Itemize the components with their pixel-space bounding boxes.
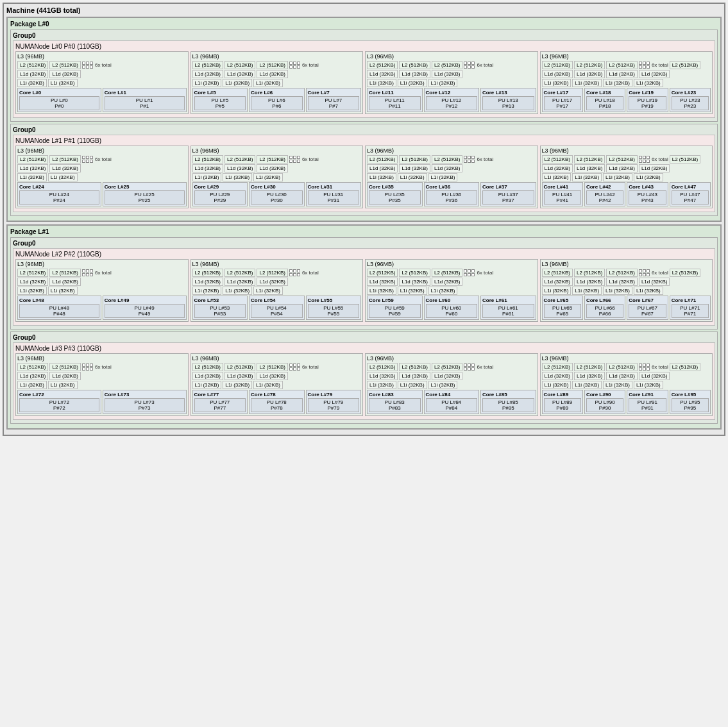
core-l66: Core L#66 PU L#66P#66: [584, 296, 625, 320]
l1i-47: L1i (32KB): [634, 381, 663, 389]
l3-3-title: L3 (96MB): [542, 53, 711, 60]
mini-sq: [90, 269, 93, 272]
core-l41-title: Core L#41: [544, 184, 581, 190]
l2-row-12: L2 (512KB) L2 (512KB): [17, 363, 187, 371]
mini-sq: [643, 269, 646, 272]
core-l67-title: Core L#67: [629, 297, 666, 303]
mini-squares-2: [464, 62, 475, 69]
core-l83: Core L#83 PU L#83P#83: [367, 390, 423, 414]
mini-squares-10: [464, 269, 475, 276]
l1i-12: L1i (32KB): [17, 173, 47, 181]
l1d-31: L1d (32KB): [432, 278, 462, 286]
l2-32: L2 (512KB): [542, 269, 573, 277]
core-l11: Core L#11 PU L#11P#11: [367, 88, 423, 112]
core-l72: Core L#72 PU L#72P#72: [17, 390, 101, 414]
core-l59-title: Core L#59: [369, 297, 421, 303]
l1d-row-10: L1d (32KB) L1d (32KB) L1d (32KB): [367, 278, 536, 286]
l1i-16: L1i (32KB): [253, 173, 283, 181]
l3-2-title: L3 (96MB): [367, 53, 536, 60]
mini-sq: [464, 156, 467, 159]
group0-numa1: Group0 NUMANode L#1 P#1 (110GB) L3 (96MB…: [10, 124, 718, 216]
core-l30: Core L#30 PU L#30P#30: [249, 182, 305, 206]
l2-row-0: L2 (512KB) L2 (512KB): [17, 61, 187, 69]
l2-total-0: 6x total: [82, 62, 112, 69]
l1d-row-5: L1d (32KB) L1d (32KB) L1d (32KB): [192, 164, 362, 172]
l1d-6: L1d (32KB): [399, 70, 430, 78]
pu-l11: PU L#11P#11: [369, 96, 421, 110]
mini-sq: [468, 65, 471, 69]
mini-sq: [90, 156, 93, 159]
cores-row-13: Core L#77 PU L#77P#77 Core L#78 PU L#78P…: [192, 390, 362, 414]
core-l19: Core L#19 PU L#19P#19: [627, 88, 668, 112]
pu-l85: PU L#85P#85: [482, 398, 534, 412]
core-l1-title: Core L#1: [105, 90, 185, 96]
l2-row-8: L2 (512KB) L2 (512KB): [17, 269, 187, 277]
l3-2: L3 (96MB) L2 (512KB) L2 (512KB) L2 (512K…: [365, 51, 538, 114]
l2-total-13: 6x total: [289, 364, 319, 371]
l2-13: L2 (512KB): [49, 155, 80, 163]
numa2-title: NUMANode L#2 P#2 (110GB): [15, 251, 713, 258]
l1d-30: L1d (32KB): [399, 278, 430, 286]
pu-l24: PU L#24P#24: [19, 190, 99, 205]
l2-1: L2 (512KB): [49, 61, 80, 69]
mini-sq: [639, 364, 642, 367]
mini-sq: [82, 65, 85, 69]
cores-row-12: Core L#72 PU L#72P#72 Core L#73 PU L#73P…: [17, 390, 187, 414]
core-l78: Core L#78 PU L#78P#78: [249, 390, 305, 414]
l1i-29: L1i (32KB): [367, 287, 396, 295]
l3-4: L3 (96MB) L2 (512KB) L2 (512KB): [15, 146, 189, 208]
cores-row-8: Core L#48 PU L#48P#48 Core L#49 PU L#49P…: [17, 296, 187, 320]
core-l79: Core L#79 PU L#79P#79: [306, 390, 362, 414]
l2-47: L2 (512KB): [670, 363, 700, 371]
core-l36: Core L#36 PU L#36P#36: [424, 182, 480, 206]
mini-sq: [643, 367, 646, 371]
core-l84: Core L#84 PU L#84P#84: [424, 390, 480, 414]
l1d-22: L1d (32KB): [606, 164, 637, 172]
l1d-12: L1d (32KB): [17, 164, 48, 172]
l2-total-10: 6x total: [464, 269, 493, 276]
mini-sq: [464, 160, 467, 163]
mini-sq: [297, 367, 300, 371]
package-0: Package L#0 Group0 NUMANode L#0 P#0 (110…: [6, 17, 722, 222]
l1d-46: L1d (32KB): [606, 372, 637, 380]
pu-l19: PU L#19P#19: [629, 96, 666, 110]
l2-31: L2 (512KB): [432, 269, 462, 277]
l2-row-11: L2 (512KB) L2 (512KB) L2 (512KB): [542, 269, 711, 277]
mini-sq: [643, 65, 646, 69]
mini-squares-11: [639, 269, 650, 276]
mini-sq: [297, 65, 300, 69]
core-l6-title: Core L#6: [251, 90, 303, 96]
pu-l49: PU L#49P#49: [105, 304, 185, 318]
pu-l89: PU L#89P#89: [544, 398, 581, 412]
package-1: Package L#1 Group0 NUMANode L#2 P#2 (110…: [6, 224, 722, 430]
l3-14: L3 (96MB) L2 (512KB) L2 (512KB) L2 (512K…: [365, 353, 538, 416]
pu-l95: PU L#95P#95: [672, 398, 709, 412]
mini-sq: [297, 364, 300, 367]
l1i-5: L1i (32KB): [367, 79, 396, 87]
group0-numa2: Group0 NUMANode L#2 P#2 (110GB) L3 (96MB…: [10, 237, 718, 330]
mini-sq: [86, 160, 89, 163]
group1-label: Group0: [13, 126, 715, 133]
core-l90: Core L#90 PU L#90P#90: [584, 390, 625, 414]
numa3: NUMANode L#3 P#3 (110GB) L3 (96MB) L2 (5…: [13, 342, 715, 420]
pu-l37: PU L#37P#37: [482, 190, 534, 205]
core-l73: Core L#73 PU L#73P#73: [103, 390, 187, 414]
mini-sq: [471, 65, 475, 69]
mini-squares-14: [464, 364, 475, 371]
core-l89-title: Core L#89: [544, 392, 581, 397]
mini-sq: [90, 273, 93, 276]
l1i-7: L1i (32KB): [428, 79, 458, 87]
mini-squares-12: [82, 364, 94, 371]
mini-sq: [90, 62, 93, 65]
l1d-47: L1d (32KB): [639, 372, 670, 380]
l2-25: L2 (512KB): [49, 269, 80, 277]
l1i-row-11: L1i (32KB) L1i (32KB) L1i (32KB) L1i (32…: [542, 287, 711, 295]
mini-sq: [468, 364, 471, 367]
l2-9: L2 (512KB): [574, 61, 605, 69]
l2-7: L2 (512KB): [432, 61, 462, 69]
core-l49-title: Core L#49: [105, 297, 185, 303]
mini-sq: [297, 273, 300, 276]
pu-l59: PU L#59P#59: [369, 304, 421, 318]
mini-sq: [468, 273, 471, 276]
l2-28: L2 (512KB): [257, 269, 287, 277]
